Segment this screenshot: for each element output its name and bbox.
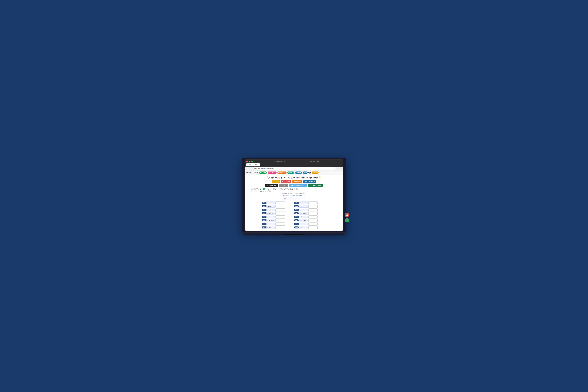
save-fab[interactable]: 💾	[345, 213, 349, 217]
tab-close-icon[interactable]: ✕	[258, 164, 259, 166]
options-row1: 名前欄を印刷する ヒントを表示する 文字サイズ設定	[248, 188, 340, 190]
site-logo: 小テストジェネレーター	[246, 172, 258, 173]
laptop-base	[242, 232, 346, 234]
answer-input[interactable]	[308, 201, 318, 204]
word-value: weary	[266, 205, 276, 208]
answer-input[interactable]	[276, 226, 285, 229]
word-value: conference	[299, 212, 308, 215]
answer-input[interactable]	[276, 208, 285, 212]
word-number: 1262	[294, 220, 298, 222]
table-row: 1624 erase	[262, 226, 294, 229]
forward-button[interactable]: ›	[248, 168, 250, 170]
close-dot[interactable]	[246, 161, 248, 162]
nav-create-test[interactable]: +テスト作成▼	[268, 172, 276, 174]
nav-b[interactable]: B	[308, 172, 311, 174]
address-bar: ‹ › ↻ ☆ ⋯	[245, 167, 343, 171]
table-row: 1569 questionnaire	[294, 208, 326, 212]
word-number: 838	[262, 216, 266, 218]
favorites-icon[interactable]: ☆	[336, 168, 339, 170]
name-input-row: /50点	[248, 197, 340, 200]
url-input[interactable]	[253, 167, 336, 170]
nav-favorites[interactable]: お気に入り	[312, 172, 319, 174]
word-number: 1785	[262, 202, 266, 204]
word-number: 908	[294, 202, 298, 204]
settings-icon[interactable]: ⋯	[340, 168, 342, 170]
options-row2: 左上のロゴテキストを変更	[248, 190, 340, 192]
app-name: Microsoft Edge	[276, 161, 286, 162]
word-value: abrupt	[266, 223, 276, 225]
show-hint-toggle[interactable]	[279, 188, 283, 190]
print-name-toggle[interactable]	[262, 188, 266, 190]
tab-label: 1〜1900番から50問	[248, 164, 257, 166]
logo-text-toggle[interactable]	[267, 190, 271, 192]
notice-row: 対判定表示の為、広告とオプションが表示できます	[248, 193, 340, 194]
nav-select-change[interactable]: 変化から選ぶ▼	[277, 172, 286, 174]
table-row: 683 principal	[294, 222, 326, 226]
table-row: 1546 clash	[294, 226, 326, 229]
table-row: 1691 subordinate	[262, 219, 294, 222]
word-value: principal	[299, 223, 308, 225]
answer-input[interactable]	[308, 219, 318, 222]
table-row: 908 float	[294, 201, 326, 204]
spelling-print-button[interactable]: スペル練習プリント印刷	[308, 184, 323, 188]
table-row: 1262 commodity	[294, 219, 326, 222]
main-content: 英単語ターゲット1900 6訂版の1〜1900番のランダム50問 ✏️ ←もどる…	[245, 175, 343, 230]
report-error-button[interactable]: データ間違い報告	[265, 184, 278, 188]
nav-grades[interactable]: 成績管理▼	[287, 172, 294, 174]
show-pages-button[interactable]: 前後ページを表示&シャッフル	[289, 184, 307, 188]
answer-input[interactable]	[276, 222, 285, 226]
table-row: 1897 weary	[262, 205, 294, 208]
back-button[interactable]: ‹	[246, 168, 248, 170]
word-number: 1569	[294, 209, 298, 211]
word-value: erase	[266, 226, 276, 229]
shuffle-button[interactable]: シャッフル	[279, 184, 288, 188]
action-buttons-row2: データ間違い報告 シャッフル 前後ページを表示&シャッフル スペル練習プリント印…	[248, 184, 340, 188]
word-number: 1538	[294, 216, 298, 218]
word-number: 461	[294, 212, 298, 214]
maximize-dot[interactable]	[251, 161, 253, 162]
answer-input[interactable]	[276, 201, 285, 204]
new-tab-button[interactable]: +	[261, 164, 262, 166]
ai-generate-link[interactable]: AIでこのページの単語から問題問題を作る 🔗	[283, 195, 305, 196]
notice-text: 対判定表示の為、広告とオプションが表示できます	[282, 193, 306, 194]
nav-counter[interactable]: ✦カウント▼	[259, 172, 267, 174]
table-row: 1538 unfold	[294, 216, 326, 218]
word-value: unfold	[299, 216, 308, 218]
table-row: 1785 float	[294, 205, 326, 208]
bookmark-fab[interactable]: 🔖	[345, 218, 349, 222]
word-table: 1785 stubborn 908 float 1897	[262, 201, 326, 229]
back-button[interactable]: ←もどる	[272, 180, 280, 184]
print-answers-button[interactable]: 答えだけ印刷	[281, 180, 291, 184]
answer-input[interactable]	[276, 212, 285, 215]
name-input[interactable]	[283, 197, 301, 200]
font-size-toggle[interactable]	[294, 188, 298, 190]
answer-input[interactable]	[308, 208, 318, 212]
word-number: 1897	[262, 209, 266, 211]
table-row: 1785 stubborn	[262, 201, 294, 204]
refresh-button[interactable]: ↻	[250, 168, 252, 170]
datetime: 11月23日(木) 4:19:54	[309, 161, 319, 162]
print-questions-button[interactable]: 問題だけ印刷	[292, 180, 302, 184]
answer-input[interactable]	[308, 216, 318, 218]
nav-howto[interactable]: 使い方	[303, 172, 308, 174]
table-row: 1897 weary	[262, 208, 294, 212]
table-row: 838 embrace	[262, 216, 294, 218]
answer-input[interactable]	[276, 216, 285, 218]
answer-input[interactable]	[276, 205, 285, 208]
answer-input[interactable]	[308, 212, 318, 215]
table-row: 461 conference	[294, 212, 326, 215]
answer-input[interactable]	[308, 205, 318, 208]
word-number: 1546	[294, 226, 298, 228]
answer-input[interactable]	[308, 226, 318, 229]
word-number: 1897	[262, 205, 266, 207]
word-value: commodity	[299, 219, 308, 222]
word-number: 683	[294, 223, 298, 225]
answer-input[interactable]	[308, 222, 318, 226]
nav-ai[interactable]: AIの機能▼	[295, 172, 302, 174]
answer-input[interactable]	[276, 219, 285, 222]
word-value: pedestrian	[266, 212, 276, 215]
logo-text-label: 左上のロゴテキストを変更	[251, 190, 266, 192]
print-both-button[interactable]: 問題と答えを印刷	[303, 180, 316, 184]
minimize-dot[interactable]	[249, 161, 250, 162]
active-tab[interactable]: 1〜1900番から50問 ✕	[246, 164, 260, 166]
